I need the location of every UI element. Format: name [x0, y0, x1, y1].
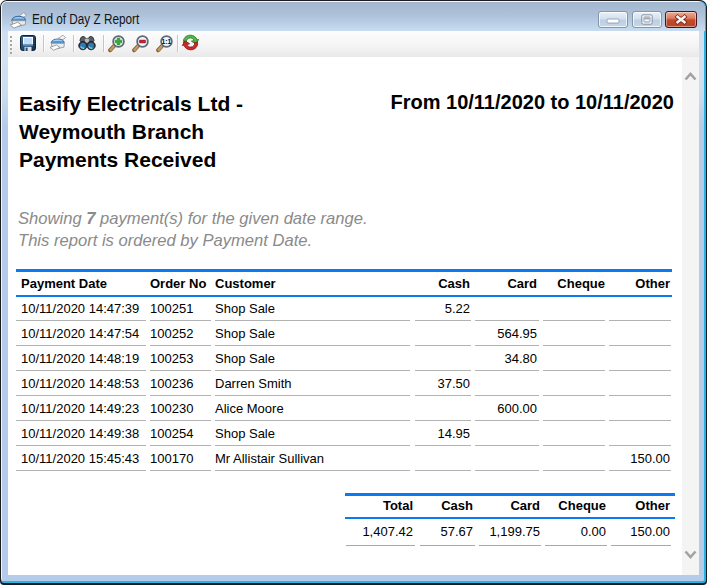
svg-text:1:1: 1:1 [162, 38, 172, 45]
